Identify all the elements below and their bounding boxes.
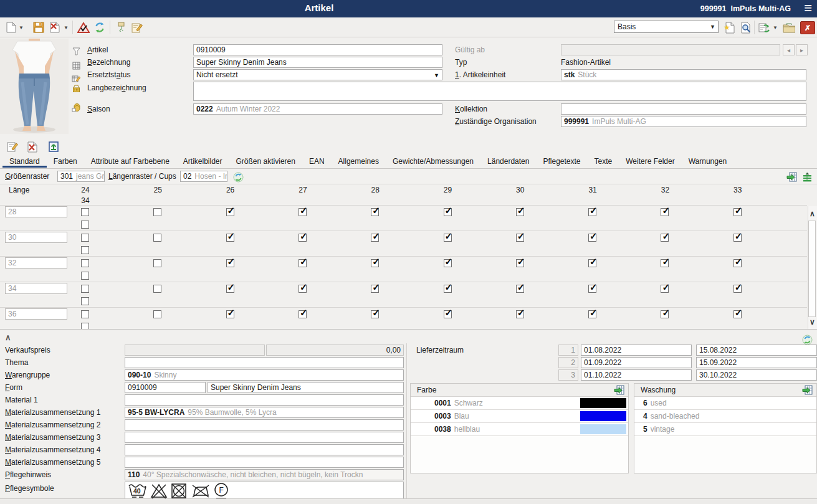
tab-weitere-felder[interactable]: Weitere Felder bbox=[619, 156, 681, 168]
tab-gewichte-abmessungen[interactable]: Gewichte/Abmessungen bbox=[386, 156, 480, 168]
delete-document-icon[interactable] bbox=[49, 21, 61, 34]
form-desc-input[interactable]: Super Skinny Denim Jeans bbox=[208, 382, 404, 393]
length-row-label-34[interactable]: 34 bbox=[5, 283, 67, 294]
grid-icon[interactable] bbox=[70, 59, 82, 72]
langbezeichnung-textarea[interactable] bbox=[193, 82, 806, 101]
laengenraster-input[interactable]: 02Hosen - In... bbox=[180, 171, 227, 182]
size-checkbox-32-26[interactable] bbox=[226, 259, 234, 267]
basket-icon[interactable] bbox=[70, 82, 82, 95]
farbe-row-0003[interactable]: 0003Blau bbox=[411, 410, 628, 423]
size-checkbox-36-30[interactable] bbox=[516, 310, 524, 318]
tab-farben[interactable]: Farben bbox=[47, 156, 84, 168]
refresh-detail-icon[interactable] bbox=[801, 333, 813, 346]
size-checkbox-28-34[interactable] bbox=[81, 221, 89, 229]
length-row-label-36[interactable]: 36 bbox=[5, 308, 67, 320]
size-checkbox-34-32[interactable] bbox=[661, 285, 669, 293]
size-checkbox-36-25[interactable] bbox=[153, 310, 161, 318]
size-checkbox-30-34[interactable] bbox=[81, 246, 89, 254]
waschung-row-5[interactable]: 5vintage bbox=[634, 423, 816, 436]
open-waschung-table-icon[interactable] bbox=[802, 385, 813, 397]
artikeleinheit-input[interactable]: stkStück bbox=[561, 69, 806, 80]
bezeichnung-input[interactable]: Super Skinny Denim Jeans bbox=[193, 57, 442, 68]
edit-document-icon[interactable] bbox=[131, 21, 143, 34]
waschung-row-4[interactable]: 4sand-bleached bbox=[634, 410, 816, 423]
size-checkbox-34-25[interactable] bbox=[153, 285, 161, 293]
open-size-table-icon[interactable] bbox=[785, 171, 798, 183]
size-checkbox-30-26[interactable] bbox=[226, 234, 234, 242]
tab-texte[interactable]: Texte bbox=[588, 156, 619, 168]
size-checkbox-32-28[interactable] bbox=[371, 259, 379, 267]
size-checkbox-28-27[interactable] bbox=[299, 208, 307, 216]
column-splitter[interactable] bbox=[406, 343, 407, 499]
materialzusammensetzung-1-input[interactable]: 95-5 BW-LYCRA95% Baumwolle, 5% Lycra bbox=[125, 407, 404, 418]
size-checkbox-28-32[interactable] bbox=[661, 208, 669, 216]
save-icon[interactable] bbox=[32, 21, 45, 34]
size-checkbox-28-26[interactable] bbox=[226, 208, 234, 216]
materialzusammensetzung-5-input[interactable] bbox=[125, 457, 404, 468]
size-checkbox-36-33[interactable] bbox=[733, 310, 742, 318]
edit-item-icon[interactable] bbox=[6, 140, 19, 153]
new-document-icon[interactable] bbox=[5, 21, 17, 34]
materialzusammensetzung-2-input[interactable] bbox=[125, 419, 404, 430]
farbe-row-0038[interactable]: 0038hellblau bbox=[411, 423, 628, 436]
settings-sync-icon[interactable] bbox=[758, 21, 770, 34]
waschung-row-6[interactable]: 6used bbox=[634, 397, 816, 410]
size-checkbox-34-34[interactable] bbox=[81, 297, 89, 305]
size-checkbox-36-28[interactable] bbox=[371, 310, 379, 318]
size-checkbox-32-34[interactable] bbox=[81, 272, 89, 280]
hierarchy-icon[interactable] bbox=[115, 21, 127, 34]
validate-check-icon[interactable] bbox=[77, 21, 90, 34]
length-row-label-32[interactable]: 32 bbox=[5, 257, 67, 269]
materialzusammensetzung-4-input[interactable] bbox=[125, 444, 404, 455]
sort-sizes-icon[interactable] bbox=[801, 171, 813, 183]
size-checkbox-32-33[interactable] bbox=[733, 259, 742, 267]
folder-icon[interactable] bbox=[783, 21, 795, 34]
refresh-icon[interactable] bbox=[93, 21, 106, 34]
materialzusammensetzung-3-input[interactable] bbox=[125, 432, 404, 443]
tab-warnungen[interactable]: Warnungen bbox=[682, 156, 734, 168]
tab-pflegetexte[interactable]: Pflegetexte bbox=[536, 156, 587, 168]
size-checkbox-30-25[interactable] bbox=[153, 234, 161, 242]
size-checkbox-30-33[interactable] bbox=[733, 234, 742, 242]
size-checkbox-36-27[interactable] bbox=[299, 310, 307, 318]
preview-search-icon[interactable] bbox=[739, 21, 752, 34]
size-checkbox-28-31[interactable] bbox=[588, 208, 596, 216]
size-checkbox-34-27[interactable] bbox=[299, 285, 307, 293]
kollektion-input[interactable] bbox=[561, 103, 806, 115]
size-checkbox-36-31[interactable] bbox=[588, 310, 596, 318]
filter-icon[interactable] bbox=[70, 45, 82, 57]
size-checkbox-30-24[interactable] bbox=[81, 234, 89, 242]
next-record-button[interactable]: ▸ bbox=[796, 44, 808, 55]
size-checkbox-34-33[interactable] bbox=[733, 285, 742, 293]
collapse-section-icon[interactable]: ∧ bbox=[5, 333, 11, 342]
import-item-icon[interactable] bbox=[47, 140, 60, 153]
prev-record-button[interactable]: ◂ bbox=[783, 44, 795, 55]
size-checkbox-32-25[interactable] bbox=[153, 259, 161, 267]
ersetztstatus-select[interactable]: Nicht ersetzt▼ bbox=[193, 69, 442, 80]
warengruppe-input[interactable]: 090-10Skinny bbox=[125, 369, 404, 381]
size-checkbox-34-24[interactable] bbox=[81, 285, 89, 293]
lieferzeitraum-to-1[interactable]: 15.08.2022 bbox=[696, 345, 817, 356]
saison-input[interactable]: 0222Autum Winter 2022 bbox=[193, 103, 442, 115]
new-favorite-document-icon[interactable]: ★ bbox=[723, 21, 735, 34]
lieferzeitraum-from-2[interactable]: 01.09.2022 bbox=[581, 357, 692, 368]
size-checkbox-28-24[interactable] bbox=[81, 208, 89, 216]
size-checkbox-36-29[interactable] bbox=[444, 310, 452, 318]
size-checkbox-32-30[interactable] bbox=[516, 259, 524, 267]
length-row-label-28[interactable]: 28 bbox=[5, 206, 67, 217]
refresh-raster-icon[interactable] bbox=[232, 171, 244, 183]
size-checkbox-30-30[interactable] bbox=[516, 234, 524, 242]
tab-artikelbilder[interactable]: Artikelbilder bbox=[176, 156, 229, 168]
size-checkbox-30-27[interactable] bbox=[299, 234, 307, 242]
copy-coins-icon[interactable] bbox=[70, 102, 82, 114]
lieferzeitraum-from-1[interactable]: 01.08.2022 bbox=[581, 345, 692, 356]
article-photo[interactable] bbox=[0, 39, 69, 134]
tab-ean[interactable]: EAN bbox=[302, 156, 332, 168]
size-checkbox-28-30[interactable] bbox=[516, 208, 524, 216]
scrollbar-thumb[interactable] bbox=[808, 221, 816, 317]
lieferzeitraum-to-2[interactable]: 15.09.2022 bbox=[696, 357, 817, 368]
size-checkbox-28-29[interactable] bbox=[444, 208, 452, 216]
menu-icon[interactable]: ≡ bbox=[804, 0, 812, 16]
size-checkbox-34-28[interactable] bbox=[371, 285, 379, 293]
delete-item-icon[interactable] bbox=[26, 140, 39, 153]
